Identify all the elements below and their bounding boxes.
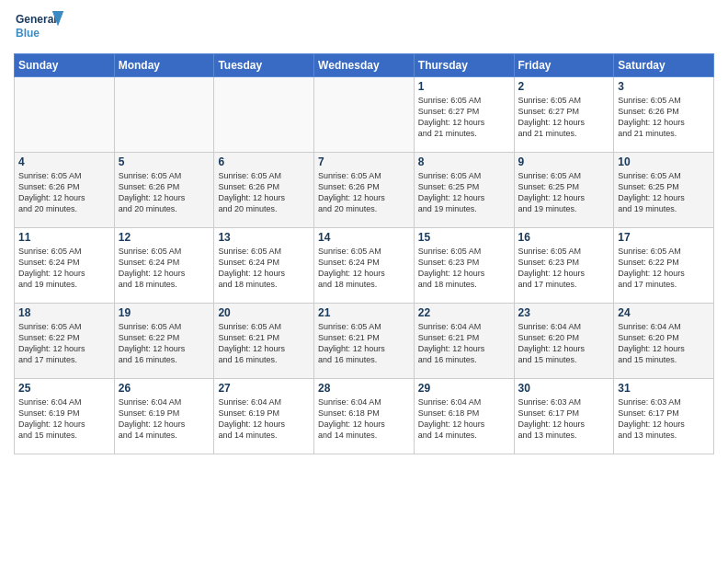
day-detail: Sunrise: 6:03 AM Sunset: 6:17 PM Dayligh…: [618, 396, 710, 442]
weekday-header-friday: Friday: [514, 54, 614, 77]
day-detail: Sunrise: 6:05 AM Sunset: 6:22 PM Dayligh…: [18, 321, 110, 366]
calendar-cell: 19Sunrise: 6:05 AM Sunset: 6:22 PM Dayli…: [114, 304, 214, 379]
weekday-header-wednesday: Wednesday: [314, 54, 415, 77]
calendar-cell: [314, 77, 415, 153]
day-detail: Sunrise: 6:05 AM Sunset: 6:26 PM Dayligh…: [618, 95, 710, 140]
calendar-cell: 30Sunrise: 6:03 AM Sunset: 6:17 PM Dayli…: [514, 379, 614, 454]
calendar-cell: 28Sunrise: 6:04 AM Sunset: 6:18 PM Dayli…: [314, 379, 415, 454]
day-number: 15: [418, 231, 510, 244]
day-detail: Sunrise: 6:05 AM Sunset: 6:24 PM Dayligh…: [18, 246, 110, 291]
day-number: 28: [318, 382, 410, 395]
day-number: 27: [218, 382, 310, 395]
weekday-header-thursday: Thursday: [414, 54, 514, 77]
day-detail: Sunrise: 6:05 AM Sunset: 6:26 PM Dayligh…: [218, 170, 310, 215]
calendar-cell: 1Sunrise: 6:05 AM Sunset: 6:27 PM Daylig…: [414, 77, 514, 153]
day-detail: Sunrise: 6:04 AM Sunset: 6:21 PM Dayligh…: [418, 321, 510, 366]
weekday-header-sunday: Sunday: [15, 54, 115, 77]
day-detail: Sunrise: 6:05 AM Sunset: 6:21 PM Dayligh…: [318, 321, 410, 366]
day-detail: Sunrise: 6:05 AM Sunset: 6:22 PM Dayligh…: [119, 321, 210, 366]
day-number: 3: [618, 80, 710, 93]
calendar-cell: 22Sunrise: 6:04 AM Sunset: 6:21 PM Dayli…: [414, 304, 514, 379]
day-number: 21: [318, 306, 410, 319]
day-number: 24: [618, 306, 710, 319]
day-detail: Sunrise: 6:05 AM Sunset: 6:21 PM Dayligh…: [218, 321, 310, 366]
day-number: 11: [18, 231, 110, 244]
calendar-cell: 29Sunrise: 6:04 AM Sunset: 6:18 PM Dayli…: [414, 379, 514, 454]
calendar-cell: [15, 77, 115, 153]
day-number: 14: [318, 231, 410, 244]
calendar-cell: 11Sunrise: 6:05 AM Sunset: 6:24 PM Dayli…: [15, 228, 115, 304]
logo: General Blue: [14, 9, 64, 48]
calendar-cell: 4Sunrise: 6:05 AM Sunset: 6:26 PM Daylig…: [15, 153, 115, 228]
calendar-cell: 3Sunrise: 6:05 AM Sunset: 6:26 PM Daylig…: [614, 77, 714, 153]
weekday-header-tuesday: Tuesday: [214, 54, 314, 77]
day-number: 2: [518, 80, 610, 93]
day-detail: Sunrise: 6:05 AM Sunset: 6:26 PM Dayligh…: [18, 170, 110, 215]
day-detail: Sunrise: 6:05 AM Sunset: 6:23 PM Dayligh…: [518, 246, 610, 291]
day-detail: Sunrise: 6:05 AM Sunset: 6:24 PM Dayligh…: [218, 246, 310, 291]
calendar-cell: 25Sunrise: 6:04 AM Sunset: 6:19 PM Dayli…: [15, 379, 115, 454]
day-number: 1: [418, 80, 510, 93]
calendar-cell: 15Sunrise: 6:05 AM Sunset: 6:23 PM Dayli…: [414, 228, 514, 304]
calendar-cell: 6Sunrise: 6:05 AM Sunset: 6:26 PM Daylig…: [214, 153, 314, 228]
day-detail: Sunrise: 6:05 AM Sunset: 6:25 PM Dayligh…: [618, 170, 710, 215]
day-number: 12: [119, 231, 210, 244]
day-number: 5: [119, 155, 210, 168]
day-number: 7: [318, 155, 410, 168]
day-number: 22: [418, 306, 510, 319]
day-number: 13: [218, 231, 310, 244]
day-detail: Sunrise: 6:05 AM Sunset: 6:26 PM Dayligh…: [318, 170, 410, 215]
day-number: 31: [618, 382, 710, 395]
day-detail: Sunrise: 6:05 AM Sunset: 6:27 PM Dayligh…: [518, 95, 610, 140]
day-detail: Sunrise: 6:05 AM Sunset: 6:24 PM Dayligh…: [318, 246, 410, 291]
day-number: 30: [518, 382, 610, 395]
calendar-cell: 26Sunrise: 6:04 AM Sunset: 6:19 PM Dayli…: [114, 379, 214, 454]
day-detail: Sunrise: 6:03 AM Sunset: 6:17 PM Dayligh…: [518, 396, 610, 442]
day-detail: Sunrise: 6:05 AM Sunset: 6:24 PM Dayligh…: [119, 246, 210, 291]
day-detail: Sunrise: 6:04 AM Sunset: 6:19 PM Dayligh…: [18, 396, 110, 442]
day-number: 16: [518, 231, 610, 244]
calendar-cell: 7Sunrise: 6:05 AM Sunset: 6:26 PM Daylig…: [314, 153, 415, 228]
day-detail: Sunrise: 6:04 AM Sunset: 6:19 PM Dayligh…: [218, 396, 310, 442]
calendar-cell: 13Sunrise: 6:05 AM Sunset: 6:24 PM Dayli…: [214, 228, 314, 304]
calendar-cell: [214, 77, 314, 153]
day-detail: Sunrise: 6:05 AM Sunset: 6:26 PM Dayligh…: [119, 170, 210, 215]
weekday-header-saturday: Saturday: [614, 54, 714, 77]
calendar-cell: 18Sunrise: 6:05 AM Sunset: 6:22 PM Dayli…: [15, 304, 115, 379]
calendar-cell: [114, 77, 214, 153]
calendar-cell: 8Sunrise: 6:05 AM Sunset: 6:25 PM Daylig…: [414, 153, 514, 228]
calendar-cell: 24Sunrise: 6:04 AM Sunset: 6:20 PM Dayli…: [614, 304, 714, 379]
calendar-cell: 23Sunrise: 6:04 AM Sunset: 6:20 PM Dayli…: [514, 304, 614, 379]
calendar-cell: 20Sunrise: 6:05 AM Sunset: 6:21 PM Dayli…: [214, 304, 314, 379]
day-number: 20: [218, 306, 310, 319]
day-detail: Sunrise: 6:04 AM Sunset: 6:18 PM Dayligh…: [318, 396, 410, 442]
svg-text:Blue: Blue: [16, 27, 40, 40]
day-number: 10: [618, 155, 710, 168]
day-number: 18: [18, 306, 110, 319]
calendar-cell: 17Sunrise: 6:05 AM Sunset: 6:22 PM Dayli…: [614, 228, 714, 304]
day-detail: Sunrise: 6:04 AM Sunset: 6:18 PM Dayligh…: [418, 396, 510, 442]
day-number: 26: [119, 382, 210, 395]
weekday-header-monday: Monday: [114, 54, 214, 77]
calendar-cell: 10Sunrise: 6:05 AM Sunset: 6:25 PM Dayli…: [614, 153, 714, 228]
day-number: 4: [18, 155, 110, 168]
calendar-cell: 14Sunrise: 6:05 AM Sunset: 6:24 PM Dayli…: [314, 228, 415, 304]
day-number: 19: [119, 306, 210, 319]
calendar-cell: 21Sunrise: 6:05 AM Sunset: 6:21 PM Dayli…: [314, 304, 415, 379]
calendar-cell: 9Sunrise: 6:05 AM Sunset: 6:25 PM Daylig…: [514, 153, 614, 228]
day-number: 25: [18, 382, 110, 395]
calendar-cell: 27Sunrise: 6:04 AM Sunset: 6:19 PM Dayli…: [214, 379, 314, 454]
calendar-cell: 5Sunrise: 6:05 AM Sunset: 6:26 PM Daylig…: [114, 153, 214, 228]
day-detail: Sunrise: 6:05 AM Sunset: 6:25 PM Dayligh…: [518, 170, 610, 215]
day-detail: Sunrise: 6:05 AM Sunset: 6:25 PM Dayligh…: [418, 170, 510, 215]
day-detail: Sunrise: 6:04 AM Sunset: 6:19 PM Dayligh…: [119, 396, 210, 442]
calendar-cell: 12Sunrise: 6:05 AM Sunset: 6:24 PM Dayli…: [114, 228, 214, 304]
calendar-cell: 2Sunrise: 6:05 AM Sunset: 6:27 PM Daylig…: [514, 77, 614, 153]
calendar-cell: 31Sunrise: 6:03 AM Sunset: 6:17 PM Dayli…: [614, 379, 714, 454]
day-number: 23: [518, 306, 610, 319]
day-number: 6: [218, 155, 310, 168]
day-number: 17: [618, 231, 710, 244]
day-detail: Sunrise: 6:05 AM Sunset: 6:22 PM Dayligh…: [618, 246, 710, 291]
calendar-table: SundayMondayTuesdayWednesdayThursdayFrid…: [14, 53, 714, 454]
day-number: 8: [418, 155, 510, 168]
